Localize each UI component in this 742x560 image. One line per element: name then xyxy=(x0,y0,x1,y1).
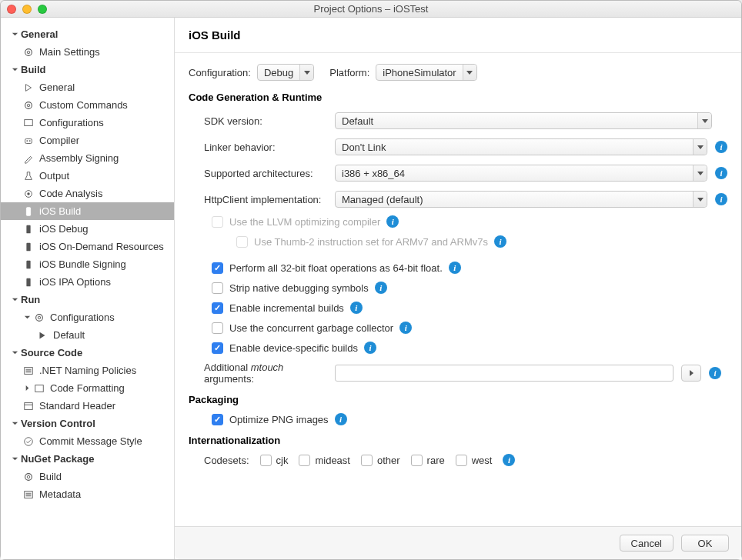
sidebar-cat-general[interactable]: General xyxy=(1,25,174,43)
phone-icon xyxy=(22,276,35,288)
phone-icon xyxy=(22,223,35,235)
linker-select[interactable]: Don't Link xyxy=(335,138,707,155)
chevron-down-icon[interactable] xyxy=(693,165,707,181)
mtouch-input[interactable] xyxy=(335,365,673,382)
sidebar-item-compiler[interactable]: Compiler xyxy=(1,132,174,149)
disclosure-down-icon[interactable] xyxy=(10,419,19,428)
dialog-footer: Cancel OK xyxy=(175,526,741,559)
sidebar-item-ios-odr[interactable]: iOS On-Demand Resources xyxy=(1,238,174,255)
sidebar-item-naming-policies[interactable]: .NET Naming Policies xyxy=(1,362,174,379)
sidebar-item-ios-ipa-options[interactable]: iOS IPA Options xyxy=(1,273,174,291)
info-icon[interactable]: i xyxy=(386,215,399,228)
sidebar-item-configurations[interactable]: Configurations xyxy=(1,114,174,132)
svg-rect-11 xyxy=(26,225,30,233)
info-icon[interactable]: i xyxy=(375,282,387,294)
info-icon[interactable]: i xyxy=(709,367,721,379)
sidebar-item-run-configurations[interactable]: Configurations xyxy=(1,308,174,326)
disclosure-down-icon[interactable] xyxy=(10,65,19,75)
sidebar-item-commit-style[interactable]: Commit Message Style xyxy=(1,432,174,450)
sidebar-item-code-analysis[interactable]: Code Analysis xyxy=(1,185,174,202)
info-icon[interactable]: i xyxy=(364,342,376,354)
ok-button[interactable]: OK xyxy=(681,535,729,552)
west-checkbox[interactable] xyxy=(456,455,467,466)
mideast-checkbox[interactable] xyxy=(299,455,310,466)
sidebar-item-standard-header[interactable]: Standard Header xyxy=(1,397,174,415)
svg-point-6 xyxy=(26,140,28,142)
configuration-select[interactable]: Debug xyxy=(257,64,314,81)
info-icon[interactable]: i xyxy=(399,322,412,334)
disclosure-down-icon[interactable] xyxy=(10,30,19,39)
rare-checkbox[interactable] xyxy=(411,455,423,466)
chevron-down-icon[interactable] xyxy=(463,65,476,80)
sidebar-cat-nuget[interactable]: NuGet Package xyxy=(1,450,174,468)
sidebar-item-ios-build[interactable]: iOS Build xyxy=(1,202,174,220)
gear-icon xyxy=(22,46,35,58)
concurrent-gc-checkbox[interactable] xyxy=(212,322,223,334)
http-select[interactable]: Managed (default) xyxy=(335,191,707,208)
info-icon[interactable]: i xyxy=(350,302,363,314)
sidebar-cat-source-code[interactable]: Source Code xyxy=(1,344,174,362)
other-checkbox[interactable] xyxy=(361,455,373,466)
sidebar-item-run-default[interactable]: Default xyxy=(1,326,174,344)
svg-point-2 xyxy=(25,102,32,108)
gear-icon xyxy=(22,99,35,112)
check-circle-icon xyxy=(22,435,35,448)
flask-icon xyxy=(22,170,35,182)
phone-icon xyxy=(22,205,35,218)
device-builds-checkbox[interactable] xyxy=(212,342,223,354)
chevron-down-icon[interactable] xyxy=(693,139,707,155)
sidebar-item-nuget-metadata[interactable]: Metadata xyxy=(1,485,174,503)
window-icon xyxy=(22,117,35,129)
float-checkbox[interactable] xyxy=(212,262,223,274)
svg-rect-5 xyxy=(25,138,32,143)
svg-rect-13 xyxy=(26,260,30,268)
cjk-checkbox[interactable] xyxy=(260,455,272,466)
arch-select[interactable]: i386 + x86_64 xyxy=(335,165,707,182)
info-icon[interactable]: i xyxy=(715,167,727,179)
mtouch-browse-button[interactable] xyxy=(681,365,701,382)
phone-icon xyxy=(22,258,35,271)
titlebar: Project Options – iOSTest xyxy=(1,1,741,18)
sidebar-item-ios-debug[interactable]: iOS Debug xyxy=(1,220,174,238)
disclosure-down-icon[interactable] xyxy=(10,295,19,305)
sidebar-cat-version-control[interactable]: Version Control xyxy=(1,415,174,432)
sidebar-item-output[interactable]: Output xyxy=(1,167,174,185)
sdk-select[interactable]: Default xyxy=(335,112,712,129)
target-icon xyxy=(22,188,35,200)
svg-point-1 xyxy=(27,51,30,54)
disclosure-down-icon[interactable] xyxy=(22,313,32,322)
sidebar-item-code-formatting[interactable]: Code Formatting xyxy=(1,379,174,397)
chevron-down-icon[interactable] xyxy=(693,192,707,207)
sidebar-cat-run[interactable]: Run xyxy=(1,291,174,308)
sidebar-item-build-general[interactable]: General xyxy=(1,78,174,96)
svg-point-21 xyxy=(25,473,32,480)
strip-checkbox[interactable] xyxy=(212,282,223,294)
svg-rect-12 xyxy=(26,242,30,251)
info-icon[interactable]: i xyxy=(715,141,727,153)
sidebar-item-nuget-build[interactable]: Build xyxy=(1,468,174,485)
chevron-down-icon[interactable] xyxy=(697,113,711,128)
svg-point-15 xyxy=(36,314,43,321)
sidebar-cat-build[interactable]: Build xyxy=(1,61,174,78)
sidebar-item-custom-commands[interactable]: Custom Commands xyxy=(1,96,174,114)
sidebar-item-ios-bundle-signing[interactable]: iOS Bundle Signing xyxy=(1,255,174,273)
sdk-label: SDK version: xyxy=(189,115,335,127)
cancel-button[interactable]: Cancel xyxy=(620,535,673,552)
info-icon[interactable]: i xyxy=(715,193,727,205)
png-checkbox[interactable] xyxy=(212,414,223,425)
sidebar-item-main-settings[interactable]: Main Settings xyxy=(1,43,174,61)
info-icon[interactable]: i xyxy=(494,235,506,248)
concurrent-gc-label: Use the concurrent garbage collector xyxy=(229,322,393,334)
disclosure-down-icon[interactable] xyxy=(10,455,19,464)
chevron-down-icon[interactable] xyxy=(299,65,313,80)
platform-select[interactable]: iPhoneSimulator xyxy=(376,64,476,81)
disclosure-right-icon[interactable] xyxy=(22,384,32,393)
disclosure-down-icon[interactable] xyxy=(10,348,19,358)
http-label: HttpClient implementation: xyxy=(189,194,335,205)
platform-label: Platform: xyxy=(329,67,369,78)
incremental-checkbox[interactable] xyxy=(212,302,223,314)
info-icon[interactable]: i xyxy=(449,262,461,274)
info-icon[interactable]: i xyxy=(503,454,515,466)
sidebar-item-assembly-signing[interactable]: Assembly Signing xyxy=(1,149,174,167)
info-icon[interactable]: i xyxy=(335,413,347,425)
